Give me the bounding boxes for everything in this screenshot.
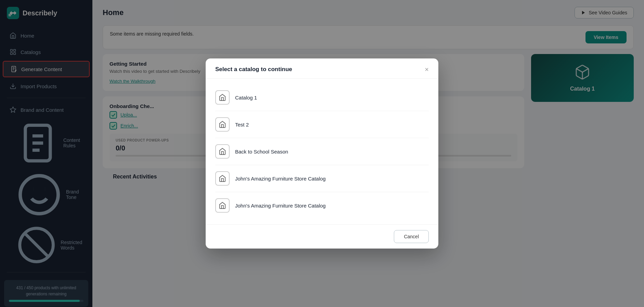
catalog-icon-4	[215, 198, 230, 213]
catalog-select-modal: Select a catalog to continue × Catalog 1	[206, 58, 438, 249]
catalog-icon-0	[215, 90, 230, 105]
modal-overlay[interactable]: Select a catalog to continue × Catalog 1	[0, 0, 644, 307]
catalog-name-3: John's Amazing Furniture Store Catalog	[235, 176, 326, 182]
catalog-name-0: Catalog 1	[235, 95, 257, 101]
catalog-icon-3	[215, 171, 230, 186]
modal-footer: Cancel	[206, 224, 438, 249]
catalog-icon-1	[215, 117, 230, 132]
modal-close-button[interactable]: ×	[425, 66, 429, 73]
catalog-option-2[interactable]: Back to School Season	[215, 138, 429, 165]
catalog-option-0[interactable]: Catalog 1	[215, 84, 429, 111]
modal-title: Select a catalog to continue	[215, 66, 292, 73]
catalog-option-4[interactable]: John's Amazing Furniture Store Catalog	[215, 192, 429, 219]
catalog-option-3[interactable]: John's Amazing Furniture Store Catalog	[215, 165, 429, 192]
catalog-option-1[interactable]: Test 2	[215, 111, 429, 138]
cancel-button[interactable]: Cancel	[394, 230, 429, 243]
catalog-name-1: Test 2	[235, 122, 249, 128]
modal-body: Catalog 1 Test 2 Back to	[206, 79, 438, 224]
catalog-name-2: Back to School Season	[235, 149, 288, 155]
catalog-name-4: John's Amazing Furniture Store Catalog	[235, 203, 326, 209]
modal-header: Select a catalog to continue ×	[206, 58, 438, 79]
catalog-icon-2	[215, 144, 230, 159]
